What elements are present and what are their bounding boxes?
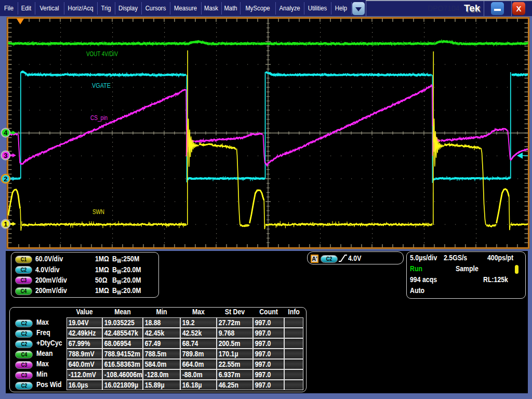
svg-text:SWN: SWN — [92, 208, 104, 216]
svg-text:CS_pin: CS_pin — [90, 114, 108, 122]
svg-text:VGATE: VGATE — [92, 82, 111, 89]
svg-text:VOUT 4V/DIV: VOUT 4V/DIV — [86, 50, 118, 58]
svg-text:2: 2 — [4, 175, 7, 183]
svg-text:1: 1 — [4, 220, 7, 228]
svg-text:4: 4 — [4, 129, 8, 137]
svg-text:3: 3 — [4, 152, 7, 159]
